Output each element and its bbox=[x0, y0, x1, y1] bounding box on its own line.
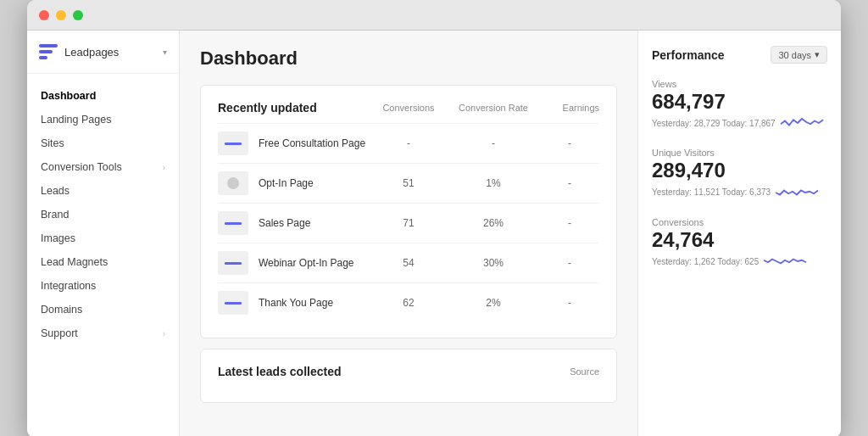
sidebar-item-images[interactable]: Images bbox=[27, 226, 179, 250]
row-conversions: 71 bbox=[370, 217, 447, 229]
metric-sub-row: Yesterday: 28,729 Today: 17,867 bbox=[652, 115, 827, 131]
titlebar bbox=[27, 0, 841, 31]
row-conversions: 54 bbox=[370, 257, 447, 269]
latest-leads-card: Latest leads collected Source bbox=[200, 349, 617, 403]
row-conversion-rate: 2% bbox=[447, 297, 540, 309]
nav-item-label: Brand bbox=[41, 209, 69, 221]
perf-title: Performance bbox=[652, 48, 771, 62]
row-page-name: Webinar Opt-In Page bbox=[259, 257, 370, 269]
metric-label: Views bbox=[652, 79, 827, 89]
sidebar-item-domains[interactable]: Domains bbox=[27, 298, 179, 321]
row-conversion-rate: 26% bbox=[447, 217, 540, 229]
sidebar-item-brand[interactable]: Brand bbox=[27, 203, 179, 226]
row-conversion-rate: - bbox=[447, 137, 540, 149]
perf-header: Performance 30 days ▾ bbox=[652, 46, 827, 64]
row-earnings: - bbox=[540, 137, 599, 149]
nav-chevron-icon: › bbox=[163, 163, 165, 172]
nav-item-label: Domains bbox=[41, 304, 82, 316]
nav-item-label: Sites bbox=[41, 137, 64, 149]
sidebar-nav: DashboardLanding PagesSitesConversion To… bbox=[27, 74, 179, 355]
table-row[interactable]: Free Consultation Page--- bbox=[218, 123, 599, 163]
app-window: Leadpages ▾ DashboardLanding PagesSitesC… bbox=[27, 0, 841, 436]
nav-item-label: Conversion Tools bbox=[41, 161, 122, 173]
row-page-name: Opt-In Page bbox=[259, 177, 370, 189]
sidebar-item-conversion-tools[interactable]: Conversion Tools› bbox=[27, 155, 179, 179]
row-conversions: - bbox=[370, 137, 447, 149]
metric-value: 24,764 bbox=[652, 229, 827, 251]
sidebar-item-sites[interactable]: Sites bbox=[27, 131, 179, 155]
page-title: Dashboard bbox=[200, 48, 617, 70]
metric-label: Unique Visitors bbox=[652, 148, 827, 158]
row-earnings: - bbox=[540, 257, 599, 269]
sidebar-item-landing-pages[interactable]: Landing Pages bbox=[27, 108, 179, 131]
row-page-name: Sales Page bbox=[259, 217, 370, 229]
table-rows: Free Consultation Page---Opt-In Page511%… bbox=[218, 123, 599, 322]
col-header-earnings: Earnings bbox=[540, 103, 599, 113]
row-thumbnail bbox=[218, 131, 248, 155]
metric-yesterday-text: Yesterday: 1,262 Today: 625 bbox=[652, 257, 759, 266]
col-header-conversions: Conversions bbox=[370, 103, 447, 113]
metric-sub-row: Yesterday: 1,262 Today: 625 bbox=[652, 254, 827, 269]
logo-icon bbox=[39, 44, 58, 59]
sidebar-item-support[interactable]: Support› bbox=[27, 321, 179, 345]
table-row[interactable]: Webinar Opt-In Page5430%- bbox=[218, 243, 599, 282]
row-thumbnail bbox=[218, 251, 248, 275]
sidebar-header[interactable]: Leadpages ▾ bbox=[27, 31, 179, 74]
col-header-rate: Conversion Rate bbox=[447, 103, 540, 113]
row-page-name: Free Consultation Page bbox=[259, 137, 370, 149]
table-row[interactable]: Sales Page7126%- bbox=[218, 203, 599, 243]
days-chevron-icon: ▾ bbox=[815, 49, 820, 60]
maximize-button[interactable] bbox=[73, 10, 83, 20]
sparkline-icon bbox=[764, 254, 806, 269]
minimize-button[interactable] bbox=[56, 10, 66, 20]
nav-item-label: Images bbox=[41, 232, 75, 244]
nav-item-label: Integrations bbox=[41, 280, 96, 292]
metric-yesterday-text: Yesterday: 28,729 Today: 17,867 bbox=[652, 119, 776, 128]
row-thumbnail bbox=[218, 171, 248, 195]
sidebar: Leadpages ▾ DashboardLanding PagesSitesC… bbox=[27, 31, 180, 436]
row-earnings: - bbox=[540, 297, 599, 309]
main-content: Dashboard Recently updated Conversions C… bbox=[180, 31, 637, 436]
close-button[interactable] bbox=[39, 10, 49, 20]
table-header: Recently updated Conversions Conversion … bbox=[218, 101, 599, 115]
sidebar-item-leads[interactable]: Leads bbox=[27, 179, 179, 203]
right-panel: Performance 30 days ▾ Views684,797Yester… bbox=[637, 31, 841, 436]
latest-leads-header: Latest leads collected Source bbox=[218, 365, 599, 378]
nav-item-label: Lead Magnets bbox=[41, 256, 108, 268]
nav-chevron-icon: › bbox=[163, 329, 165, 338]
latest-leads-title: Latest leads collected bbox=[218, 365, 570, 378]
table-row[interactable]: Thank You Page622%- bbox=[218, 282, 599, 322]
table-row[interactable]: Opt-In Page511%- bbox=[218, 163, 599, 203]
metric-value: 684,797 bbox=[652, 91, 827, 113]
row-earnings: - bbox=[540, 177, 599, 189]
metrics-container: Views684,797Yesterday: 28,729 Today: 17,… bbox=[652, 79, 827, 269]
metric-block: Unique Visitors289,470Yesterday: 11,521 … bbox=[652, 148, 827, 199]
metric-yesterday-text: Yesterday: 11,521 Today: 6,373 bbox=[652, 187, 771, 197]
row-page-name: Thank You Page bbox=[259, 297, 370, 309]
metric-value: 289,470 bbox=[652, 159, 827, 182]
nav-item-label: Dashboard bbox=[41, 90, 96, 102]
metric-block: Views684,797Yesterday: 28,729 Today: 17,… bbox=[652, 79, 827, 131]
days-selector[interactable]: 30 days ▾ bbox=[771, 46, 827, 64]
sidebar-item-dashboard[interactable]: Dashboard bbox=[27, 84, 179, 108]
source-label: Source bbox=[570, 366, 599, 377]
metric-label: Conversions bbox=[652, 217, 827, 227]
row-thumbnail bbox=[218, 211, 248, 235]
row-thumbnail bbox=[218, 291, 248, 315]
recently-updated-card: Recently updated Conversions Conversion … bbox=[200, 85, 617, 338]
sidebar-item-lead-magnets[interactable]: Lead Magnets bbox=[27, 250, 179, 274]
sidebar-item-integrations[interactable]: Integrations bbox=[27, 274, 179, 298]
sparkline-icon bbox=[776, 185, 818, 200]
nav-item-label: Leads bbox=[41, 185, 70, 197]
sparkline-icon bbox=[781, 115, 823, 131]
brand-chevron-icon: ▾ bbox=[163, 48, 167, 57]
row-conversion-rate: 1% bbox=[447, 177, 540, 189]
metric-sub-row: Yesterday: 11,521 Today: 6,373 bbox=[652, 185, 827, 200]
row-earnings: - bbox=[540, 217, 599, 229]
nav-item-label: Support bbox=[41, 327, 78, 339]
row-conversions: 51 bbox=[370, 177, 447, 189]
metric-block: Conversions24,764Yesterday: 1,262 Today:… bbox=[652, 217, 827, 269]
days-label: 30 days bbox=[778, 50, 811, 60]
brand-name: Leadpages bbox=[64, 46, 119, 59]
row-conversion-rate: 30% bbox=[447, 257, 540, 269]
